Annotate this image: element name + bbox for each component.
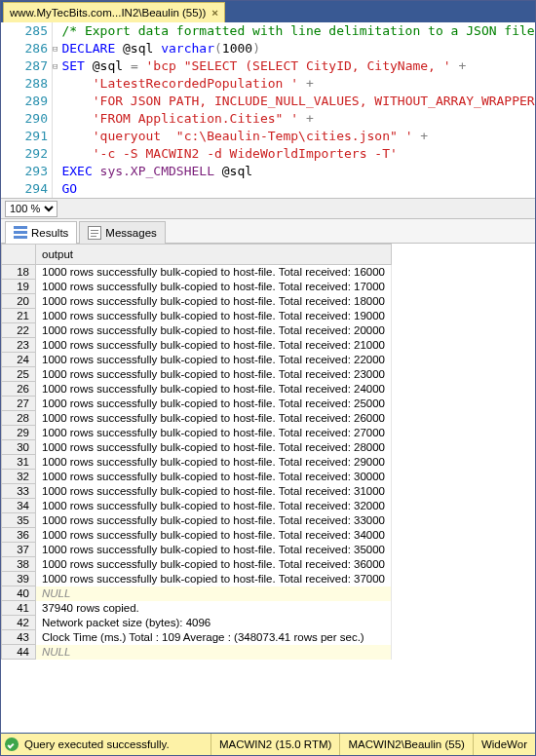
table-row[interactable]: 311000 rows successfully bulk-copied to … xyxy=(2,455,392,470)
zoom-select[interactable]: 100 % xyxy=(5,201,57,217)
code-line[interactable]: '-c -S MACWIN2 -d WideWorldImporters -T' xyxy=(61,145,536,163)
messages-tab[interactable]: Messages xyxy=(79,221,165,244)
row-number[interactable]: 33 xyxy=(2,484,36,499)
row-number[interactable]: 37 xyxy=(2,543,36,557)
cell-output[interactable]: 1000 rows successfully bulk-copied to ho… xyxy=(36,367,392,382)
cell-output[interactable]: Clock Time (ms.) Total : 109 Average : (… xyxy=(36,630,392,645)
table-row[interactable]: 191000 rows successfully bulk-copied to … xyxy=(2,280,392,294)
cell-output[interactable]: 1000 rows successfully bulk-copied to ho… xyxy=(36,280,392,294)
close-tab-icon[interactable]: × xyxy=(211,7,218,19)
code-line[interactable]: DECLARE @sql varchar(1000) xyxy=(61,40,536,57)
cell-output[interactable]: NULL xyxy=(36,645,392,660)
cell-output[interactable]: 1000 rows successfully bulk-copied to ho… xyxy=(36,470,392,484)
row-header-corner[interactable] xyxy=(2,245,36,265)
code-line[interactable]: EXEC sys.XP_CMDSHELL @sql xyxy=(61,163,536,180)
table-row[interactable]: 201000 rows successfully bulk-copied to … xyxy=(2,294,392,309)
table-row[interactable]: 281000 rows successfully bulk-copied to … xyxy=(2,411,392,426)
table-row[interactable]: 261000 rows successfully bulk-copied to … xyxy=(2,382,392,397)
code-line[interactable]: SET @sql = 'bcp "SELECT (SELECT CityID, … xyxy=(61,57,536,75)
row-number[interactable]: 38 xyxy=(2,557,36,572)
row-number[interactable]: 18 xyxy=(2,265,36,280)
cell-output[interactable]: 1000 rows successfully bulk-copied to ho… xyxy=(36,426,392,440)
table-row[interactable]: 271000 rows successfully bulk-copied to … xyxy=(2,397,392,411)
table-row[interactable]: 43Clock Time (ms.) Total : 109 Average :… xyxy=(2,630,392,645)
results-pane[interactable]: output 181000 rows successfully bulk-cop… xyxy=(1,244,535,733)
table-row[interactable]: 341000 rows successfully bulk-copied to … xyxy=(2,499,392,513)
row-number[interactable]: 32 xyxy=(2,470,36,484)
row-number[interactable]: 26 xyxy=(2,382,36,397)
cell-output[interactable]: 1000 rows successfully bulk-copied to ho… xyxy=(36,265,392,280)
row-number[interactable]: 39 xyxy=(2,572,36,586)
row-number[interactable]: 29 xyxy=(2,426,36,440)
cell-output[interactable]: NULL xyxy=(36,586,392,601)
table-row[interactable]: 301000 rows successfully bulk-copied to … xyxy=(2,440,392,455)
row-number[interactable]: 22 xyxy=(2,323,36,338)
column-header-output[interactable]: output xyxy=(36,245,392,265)
cell-output[interactable]: 1000 rows successfully bulk-copied to ho… xyxy=(36,338,392,353)
cell-output[interactable]: 1000 rows successfully bulk-copied to ho… xyxy=(36,294,392,309)
row-number[interactable]: 21 xyxy=(2,309,36,323)
code-line[interactable]: 'LatestRecordedPopulation ' + xyxy=(61,75,536,93)
row-number[interactable]: 19 xyxy=(2,280,36,294)
row-number[interactable]: 23 xyxy=(2,338,36,353)
code-line[interactable]: /* Export data formatted with line delim… xyxy=(61,22,536,40)
cell-output[interactable]: 1000 rows successfully bulk-copied to ho… xyxy=(36,397,392,411)
row-number[interactable]: 28 xyxy=(2,411,36,426)
cell-output[interactable]: 1000 rows successfully bulk-copied to ho… xyxy=(36,572,392,586)
new-tab-area[interactable] xyxy=(227,3,240,22)
row-number[interactable]: 43 xyxy=(2,630,36,645)
table-row[interactable]: 221000 rows successfully bulk-copied to … xyxy=(2,323,392,338)
active-document-tab[interactable]: www.MyTecBits.com...IN2\Beaulin (55)) × xyxy=(3,2,225,22)
row-number[interactable]: 20 xyxy=(2,294,36,309)
table-row[interactable]: 291000 rows successfully bulk-copied to … xyxy=(2,426,392,440)
cell-output[interactable]: 1000 rows successfully bulk-copied to ho… xyxy=(36,528,392,543)
cell-output[interactable]: 1000 rows successfully bulk-copied to ho… xyxy=(36,557,392,572)
row-number[interactable]: 36 xyxy=(2,528,36,543)
row-number[interactable]: 41 xyxy=(2,601,36,616)
row-number[interactable]: 34 xyxy=(2,499,36,513)
table-row[interactable]: 381000 rows successfully bulk-copied to … xyxy=(2,557,392,572)
cell-output[interactable]: Network packet size (bytes): 4096 xyxy=(36,616,392,630)
table-row[interactable]: 391000 rows successfully bulk-copied to … xyxy=(2,572,392,586)
results-tab[interactable]: Results xyxy=(5,221,77,244)
code-area[interactable]: /* Export data formatted with line delim… xyxy=(57,22,536,198)
cell-output[interactable]: 1000 rows successfully bulk-copied to ho… xyxy=(36,309,392,323)
cell-output[interactable]: 37940 rows copied. xyxy=(36,601,392,616)
table-row[interactable]: 231000 rows successfully bulk-copied to … xyxy=(2,338,392,353)
code-line[interactable]: 'queryout "c:\Beaulin-Temp\cities.json" … xyxy=(61,128,536,145)
row-number[interactable]: 24 xyxy=(2,353,36,367)
table-row[interactable]: 361000 rows successfully bulk-copied to … xyxy=(2,528,392,543)
code-line[interactable]: GO xyxy=(61,180,536,198)
row-number[interactable]: 31 xyxy=(2,455,36,470)
table-row[interactable]: 331000 rows successfully bulk-copied to … xyxy=(2,484,392,499)
row-number[interactable]: 40 xyxy=(2,586,36,601)
cell-output[interactable]: 1000 rows successfully bulk-copied to ho… xyxy=(36,382,392,397)
cell-output[interactable]: 1000 rows successfully bulk-copied to ho… xyxy=(36,353,392,367)
cell-output[interactable]: 1000 rows successfully bulk-copied to ho… xyxy=(36,411,392,426)
table-row[interactable]: 211000 rows successfully bulk-copied to … xyxy=(2,309,392,323)
table-row[interactable]: 321000 rows successfully bulk-copied to … xyxy=(2,470,392,484)
cell-output[interactable]: 1000 rows successfully bulk-copied to ho… xyxy=(36,543,392,557)
table-row[interactable]: 4137940 rows copied. xyxy=(2,601,392,616)
results-grid[interactable]: output 181000 rows successfully bulk-cop… xyxy=(1,244,392,660)
code-line[interactable]: 'FOR JSON PATH, INCLUDE_NULL_VALUES, WIT… xyxy=(61,93,536,110)
row-number[interactable]: 30 xyxy=(2,440,36,455)
table-row[interactable]: 181000 rows successfully bulk-copied to … xyxy=(2,265,392,280)
table-row[interactable]: 251000 rows successfully bulk-copied to … xyxy=(2,367,392,382)
table-row[interactable]: 44NULL xyxy=(2,645,392,660)
cell-output[interactable]: 1000 rows successfully bulk-copied to ho… xyxy=(36,440,392,455)
cell-output[interactable]: 1000 rows successfully bulk-copied to ho… xyxy=(36,323,392,338)
table-row[interactable]: 371000 rows successfully bulk-copied to … xyxy=(2,543,392,557)
table-row[interactable]: 42Network packet size (bytes): 4096 xyxy=(2,616,392,630)
row-number[interactable]: 44 xyxy=(2,645,36,660)
sql-editor[interactable]: 285286287288289290291292293294 ⊟⊟ /* Exp… xyxy=(1,22,535,198)
table-row[interactable]: 351000 rows successfully bulk-copied to … xyxy=(2,513,392,528)
row-number[interactable]: 35 xyxy=(2,513,36,528)
table-row[interactable]: 40NULL xyxy=(2,586,392,601)
cell-output[interactable]: 1000 rows successfully bulk-copied to ho… xyxy=(36,499,392,513)
table-row[interactable]: 241000 rows successfully bulk-copied to … xyxy=(2,353,392,367)
code-line[interactable]: 'FROM Application.Cities" ' + xyxy=(61,110,536,128)
row-number[interactable]: 42 xyxy=(2,616,36,630)
cell-output[interactable]: 1000 rows successfully bulk-copied to ho… xyxy=(36,484,392,499)
cell-output[interactable]: 1000 rows successfully bulk-copied to ho… xyxy=(36,513,392,528)
